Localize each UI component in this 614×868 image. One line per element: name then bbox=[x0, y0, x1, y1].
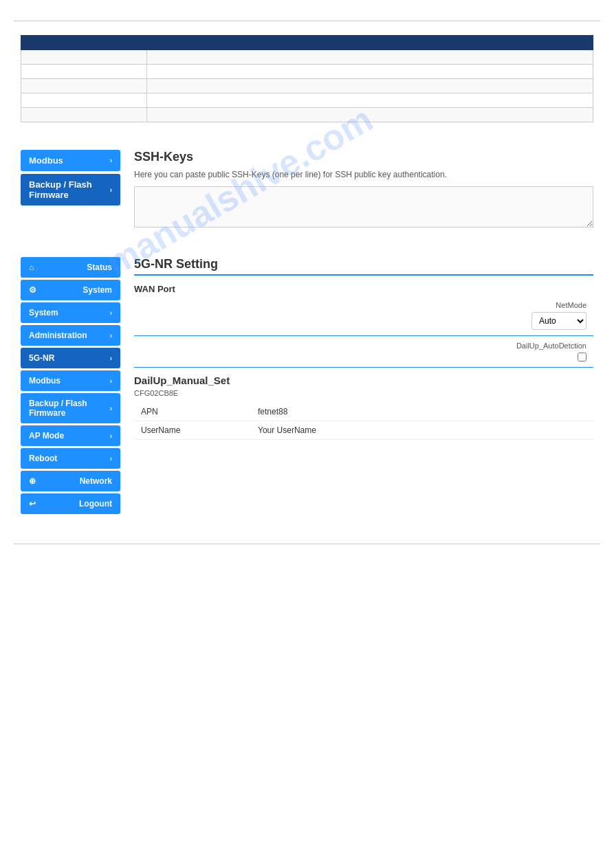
5gnr-section: ⌂ Status ⚙ System System › Administratio… bbox=[21, 257, 593, 516]
ssh-sidebar: Modbus › Backup / Flash Firmware › bbox=[21, 150, 120, 208]
sidebar-item-administration[interactable]: Administration › bbox=[21, 325, 120, 346]
sidebar-system-label: System bbox=[83, 285, 112, 295]
netmode-label: NetMode bbox=[141, 301, 586, 309]
5gnr-sidebar: ⌂ Status ⚙ System System › Administratio… bbox=[21, 257, 120, 516]
ssh-section: manualshive.com Modbus › Backup / Flash … bbox=[21, 150, 593, 230]
sidebar-item-status[interactable]: ⌂ Status bbox=[21, 257, 120, 278]
gear-icon: ⚙ bbox=[29, 285, 36, 295]
apn-field-row: APN fetnet88 bbox=[134, 403, 593, 421]
sidebar-network-label: Network bbox=[80, 476, 112, 486]
table-row bbox=[21, 79, 593, 93]
sidebar-item-apmode[interactable]: AP Mode › bbox=[21, 425, 120, 446]
sidebar-item-modbus[interactable]: Modbus › bbox=[21, 150, 120, 171]
table-header-col1 bbox=[21, 36, 147, 50]
dailup-checkbox-row bbox=[141, 353, 586, 361]
netmode-value: Auto LTE 5G bbox=[141, 312, 586, 330]
sidebar-reboot-label: Reboot bbox=[29, 454, 57, 463]
table-cell-right bbox=[147, 93, 593, 108]
globe-icon: ⊕ bbox=[29, 476, 36, 486]
table-cell-left bbox=[21, 65, 147, 79]
ssh-keys-input[interactable] bbox=[134, 186, 593, 227]
sidebar-item-logout[interactable]: ↩ Logount bbox=[21, 493, 120, 514]
sidebar-admin-label: Administration bbox=[29, 331, 87, 340]
table-cell-right bbox=[147, 50, 593, 65]
username-field-value: Your UserName bbox=[258, 425, 593, 435]
netmode-select[interactable]: Auto LTE 5G bbox=[531, 312, 586, 330]
sidebar-item-reboot[interactable]: Reboot › bbox=[21, 448, 120, 469]
table-header-col2 bbox=[147, 36, 593, 50]
table-cell-left bbox=[21, 50, 147, 65]
table-cell-right bbox=[147, 79, 593, 93]
dailup-autodetection-row: DailUp_AutoDetction bbox=[134, 342, 593, 361]
sidebar-item-system-icon[interactable]: ⚙ System bbox=[21, 280, 120, 300]
chevron-right-icon: › bbox=[110, 432, 112, 440]
ssh-content: SSH-Keys Here you can paste public SSH-K… bbox=[134, 150, 593, 230]
sidebar-item-backup-label: Backup / Flash Firmware bbox=[29, 179, 110, 200]
sidebar-system-text: System bbox=[29, 308, 58, 318]
chevron-right-icon: › bbox=[110, 332, 112, 340]
manual-set-label: DailUp_Manual_Set bbox=[134, 375, 593, 386]
table-row bbox=[21, 65, 593, 79]
dailup-col: DailUp_AutoDetction bbox=[134, 342, 593, 361]
netmode-col: NetMode Auto LTE 5G bbox=[134, 301, 593, 330]
logout-icon: ↩ bbox=[29, 499, 36, 509]
apn-field-value: fetnet88 bbox=[258, 407, 593, 416]
chevron-right-icon: › bbox=[110, 377, 112, 385]
section-divider2 bbox=[134, 367, 593, 368]
sidebar-item-backup-flash[interactable]: Backup / Flash Firmware › bbox=[21, 174, 120, 205]
chevron-right-icon: › bbox=[110, 455, 112, 463]
wan-port-label: WAN Port bbox=[134, 284, 593, 294]
chevron-right-icon: › bbox=[110, 405, 112, 412]
chevron-right-icon: › bbox=[110, 157, 112, 164]
home-icon: ⌂ bbox=[29, 263, 34, 272]
sidebar-5gnr-label: 5G-NR bbox=[29, 353, 54, 363]
5gnr-title: 5G-NR Setting bbox=[134, 257, 593, 276]
table-row bbox=[21, 50, 593, 65]
sidebar-status-label: Status bbox=[87, 263, 112, 272]
sidebar-item-network[interactable]: ⊕ Network bbox=[21, 471, 120, 491]
chevron-right-icon: › bbox=[110, 355, 112, 362]
table-cell-left bbox=[21, 108, 147, 122]
chevron-right-icon: › bbox=[110, 186, 112, 194]
table-row bbox=[21, 108, 593, 122]
sidebar-item-modbus2[interactable]: Modbus › bbox=[21, 370, 120, 391]
sidebar-backup-label: Backup / Flash Firmware bbox=[29, 399, 110, 418]
table-cell-right bbox=[147, 108, 593, 122]
top-divider bbox=[14, 21, 600, 21]
sidebar-item-modbus-label: Modbus bbox=[29, 155, 63, 166]
table-cell-left bbox=[21, 79, 147, 93]
table-cell-left bbox=[21, 93, 147, 108]
data-table-section bbox=[21, 35, 593, 122]
sidebar-apmode-label: AP Mode bbox=[29, 431, 64, 441]
table-cell-right bbox=[147, 65, 593, 79]
dailup-autodetection-label: DailUp_AutoDetction bbox=[141, 342, 586, 350]
section-divider bbox=[134, 335, 593, 336]
table-row bbox=[21, 93, 593, 108]
username-field-name: UserName bbox=[134, 425, 258, 435]
sidebar-item-system[interactable]: System › bbox=[21, 302, 120, 323]
netmode-row: NetMode Auto LTE 5G bbox=[134, 301, 593, 330]
username-field-row: UserName Your UserName bbox=[134, 421, 593, 440]
5gnr-main: 5G-NR Setting WAN Port NetMode Auto LTE … bbox=[134, 257, 593, 440]
apn-field-name: APN bbox=[134, 407, 258, 416]
chevron-right-icon: › bbox=[110, 309, 112, 317]
ssh-description: Here you can paste public SSH-Keys (one … bbox=[134, 170, 593, 179]
cfg-label: CFG02CB8E bbox=[134, 389, 593, 397]
data-table bbox=[21, 35, 593, 122]
sidebar-modbus-label: Modbus bbox=[29, 376, 61, 386]
sidebar-item-5gnr[interactable]: 5G-NR › bbox=[21, 348, 120, 368]
sidebar-logout-label: Logount bbox=[79, 499, 112, 509]
ssh-title: SSH-Keys bbox=[134, 150, 593, 164]
sidebar-item-backup2[interactable]: Backup / Flash Firmware › bbox=[21, 393, 120, 423]
bottom-divider bbox=[14, 544, 600, 544]
dailup-checkbox[interactable] bbox=[578, 353, 586, 361]
